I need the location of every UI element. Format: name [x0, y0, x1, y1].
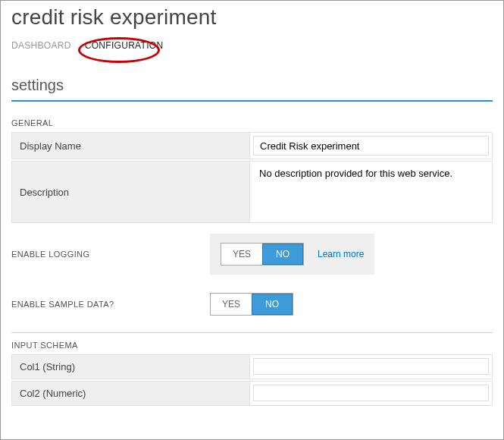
enable-sample-data-no[interactable]: NO — [252, 294, 293, 315]
tab-dashboard[interactable]: DASHBOARD — [11, 40, 71, 51]
schema-row-1-input[interactable] — [253, 385, 489, 401]
settings-heading: settings — [1, 51, 503, 97]
enable-sample-data-toggle[interactable]: YES NO — [210, 293, 293, 316]
tab-configuration[interactable]: CONFIGURATION — [85, 40, 164, 51]
page-title: credit risk experiment — [1, 1, 503, 30]
schema-row-1-label: Col2 (Numeric) — [11, 381, 250, 406]
tab-row: DASHBOARD CONFIGURATION — [1, 30, 503, 51]
enable-sample-data-yes[interactable]: YES — [211, 294, 252, 315]
learn-more-link[interactable]: Learn more — [318, 249, 364, 259]
schema-row-0: Col1 (String) — [11, 354, 493, 379]
description-label: Description — [11, 161, 250, 223]
display-name-input[interactable] — [253, 136, 489, 156]
description-input[interactable] — [253, 165, 489, 216]
schema-row-0-input[interactable] — [253, 358, 489, 375]
enable-sample-data-row: ENABLE SAMPLE DATA? YES NO — [11, 293, 493, 316]
enable-sample-data-label: ENABLE SAMPLE DATA? — [11, 300, 210, 309]
display-name-label: Display Name — [11, 132, 250, 159]
display-name-row: Display Name — [11, 132, 493, 159]
enable-logging-yes[interactable]: YES — [221, 244, 262, 265]
enable-logging-row: ENABLE LOGGING YES NO Learn more — [11, 234, 493, 275]
input-schema-label: INPUT SCHEMA — [1, 333, 503, 354]
schema-row-0-label: Col1 (String) — [11, 354, 250, 379]
enable-logging-toggle[interactable]: YES NO — [221, 243, 304, 266]
enable-logging-no[interactable]: NO — [262, 244, 303, 265]
enable-logging-label: ENABLE LOGGING — [11, 250, 210, 259]
schema-row-1: Col2 (Numeric) — [11, 381, 493, 406]
general-label: GENERAL — [1, 102, 503, 132]
description-row: Description — [11, 161, 493, 223]
